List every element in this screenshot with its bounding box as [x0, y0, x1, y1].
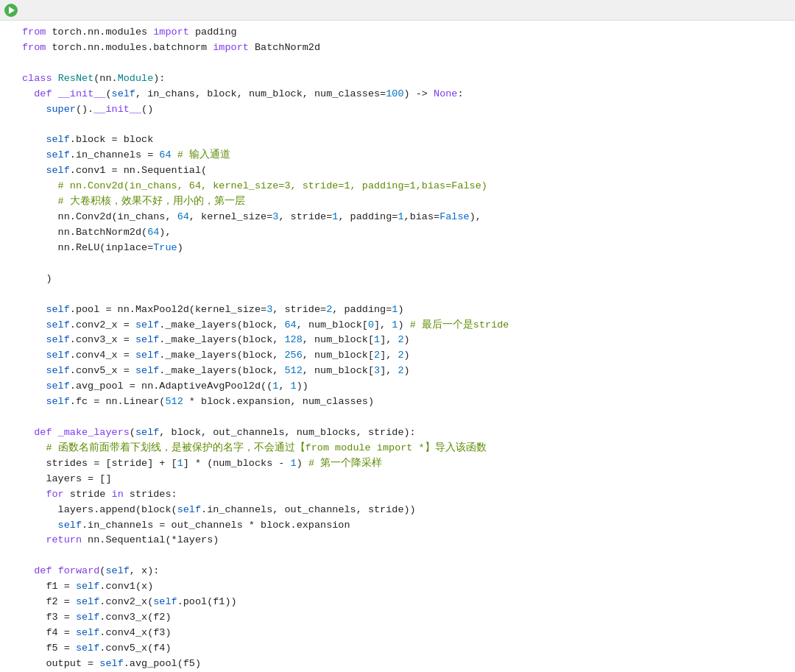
code-line: self.in_channels = 64 # 输入通道 — [22, 148, 795, 163]
code-line: super().__init__() — [22, 102, 795, 118]
code-line: self.in_channels = out_channels * block.… — [22, 518, 795, 534]
code-line: from torch.nn.modules.batchnorm import B… — [22, 40, 795, 56]
code-line: f4 = self.conv4_x(f3) — [22, 626, 795, 641]
code-line: strides = [stride] + [1] * (num_blocks -… — [22, 456, 795, 472]
code-line: def __init__(self, in_chans, block, num_… — [22, 87, 795, 102]
code-line: f1 = self.conv1(x) — [22, 579, 795, 595]
code-line: nn.ReLU(inplace=True) — [22, 241, 795, 256]
code-line: self.conv1 = nn.Sequential( — [22, 163, 795, 179]
code-line: self.fc = nn.Linear(512 * block.expansio… — [22, 395, 795, 410]
code-line: from torch.nn.modules import padding — [22, 25, 795, 40]
code-line — [22, 256, 795, 272]
run-button[interactable] — [4, 4, 18, 17]
code-line: # nn.Conv2d(in_chans, 64, kernel_size=3,… — [22, 179, 795, 194]
code-line: self.conv2_x = self._make_layers(block, … — [22, 318, 795, 333]
code-line: f5 = self.conv5_x(f4) — [22, 641, 795, 657]
code-line: for stride in strides: — [22, 487, 795, 503]
code-line: self.block = block — [22, 132, 795, 148]
code-line: class ResNet(nn.Module): — [22, 71, 795, 87]
code-line: nn.Conv2d(in_chans, 64, kernel_size=3, s… — [22, 210, 795, 225]
code-line — [22, 548, 795, 564]
code-line: self.conv4_x = self._make_layers(block, … — [22, 348, 795, 364]
code-line — [22, 287, 795, 303]
code-line: def _make_layers(self, block, out_channe… — [22, 425, 795, 441]
code-line: # 函数名前面带着下划线，是被保护的名字，不会通过【from module im… — [22, 441, 795, 456]
code-line: self.conv5_x = self._make_layers(block, … — [22, 364, 795, 379]
code-line — [22, 118, 795, 133]
code-line: self.conv3_x = self._make_layers(block, … — [22, 333, 795, 348]
code-line: self.avg_pool = nn.AdaptiveAvgPool2d((1,… — [22, 379, 795, 395]
editor-container: from torch.nn.modules import padding fro… — [0, 0, 795, 672]
code-line: f3 = self.conv3_x(f2) — [22, 610, 795, 626]
code-line: # 大卷积核，效果不好，用小的，第一层 — [22, 194, 795, 210]
code-line — [22, 410, 795, 425]
code-line: layers.append(block(self.in_channels, ou… — [22, 503, 795, 518]
top-bar — [0, 0, 795, 21]
code-line: return nn.Sequential(*layers) — [22, 533, 795, 548]
code-area: from torch.nn.modules import padding fro… — [0, 21, 795, 672]
code-line: output = self.avg_pool(f5) — [22, 657, 795, 672]
code-line — [22, 56, 795, 71]
code-line: f2 = self.conv2_x(self.pool(f1)) — [22, 595, 795, 610]
code-line: ) — [22, 272, 795, 287]
code-line: self.pool = nn.MaxPool2d(kernel_size=3, … — [22, 303, 795, 318]
code-line: layers = [] — [22, 472, 795, 487]
code-line: nn.BatchNorm2d(64), — [22, 225, 795, 241]
code-line: def forward(self, x): — [22, 564, 795, 579]
